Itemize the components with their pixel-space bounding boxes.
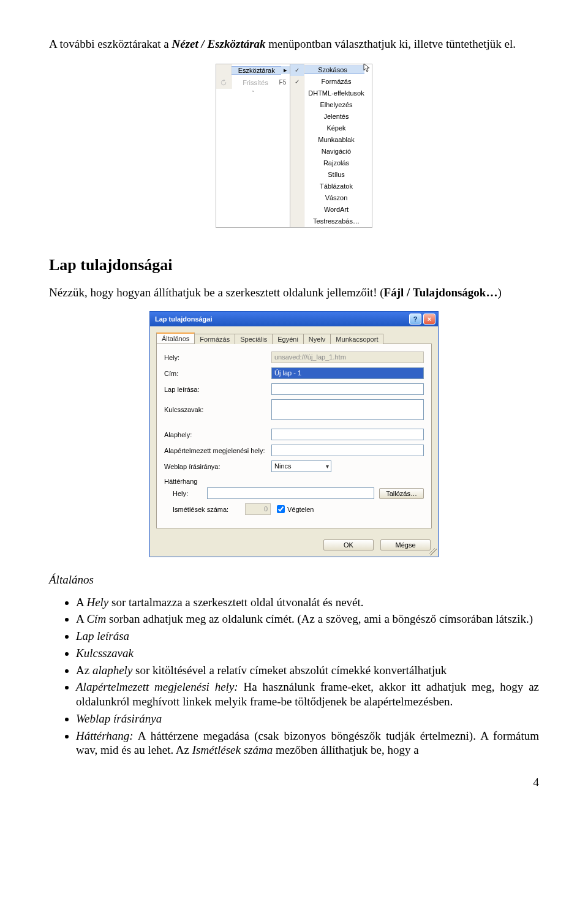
menu-item-refresh: Frissítés F5 [216, 77, 290, 89]
submenu-item-label: Munkaablak [304, 136, 372, 143]
label-alaphely: Alaphely: [164, 431, 271, 438]
refresh-icon [216, 77, 232, 89]
submenu-item-label: Testreszabás… [304, 217, 372, 225]
resize-grip-icon[interactable] [429, 548, 437, 555]
cancel-button[interactable]: Mégse [380, 539, 431, 550]
intro-paragraph: A további eszköztárakat a Nézet / Eszköz… [49, 37, 539, 51]
dialog-tabs: ÁltalánosFormázásSpeciálisEgyéniNyelvMun… [156, 331, 432, 344]
field-hely2[interactable] [207, 487, 374, 499]
tab-speciális[interactable]: Speciális [235, 334, 273, 344]
tab-egyéni[interactable]: Egyéni [272, 334, 304, 344]
blank-icon [290, 157, 304, 169]
submenu-item[interactable]: Testreszabás… [290, 216, 372, 227]
list-item: Kulcsszavak [76, 646, 539, 661]
checkbox-vegtelen-input[interactable] [277, 505, 285, 513]
combo-webdir[interactable]: Nincs [271, 460, 331, 472]
intro-pre: A további eszköztárakat a [49, 37, 172, 50]
group-hatterhang: Háttérhang [164, 478, 424, 485]
dialog-titlebar: Lap tulajdonságai ? × [150, 312, 438, 326]
blank-icon [290, 216, 304, 227]
tab-munkacsoport[interactable]: Munkacsoport [330, 334, 383, 344]
label-lap-leirasa: Lap leírása: [164, 386, 271, 393]
submenu-item[interactable]: Képek [290, 122, 372, 134]
submenu-item[interactable]: Stílus [290, 169, 372, 181]
list-item: Lap leírása [76, 629, 539, 644]
intro-post: menüpontban választhatjuk ki, illetve tü… [266, 37, 516, 50]
close-button[interactable]: × [423, 314, 435, 325]
dialog-form: Hely: unsaved:///új_lap_1.htm Cím: Új la… [156, 344, 432, 528]
menu-screenshot: Eszköztárak ▸ Frissítés F5 ˅ ✓Szokásos✓F… [49, 59, 539, 231]
subsection-heading: Általános [49, 573, 539, 587]
dialog-footer: OK Mégse [150, 535, 438, 557]
list-item: A Cím sorban adhatjuk meg az oldalunk cí… [76, 612, 539, 626]
list-item: Háttérhang: A háttérzene megadása (csak … [76, 729, 539, 758]
label-cim: Cím: [164, 370, 271, 377]
label-hely2: Hely: [164, 490, 207, 497]
submenu-item-label: DHTML-effektusok [304, 89, 372, 97]
field-alaphely[interactable] [271, 429, 424, 440]
label-kulcsszavak: Kulcsszavak: [164, 406, 271, 413]
tab-általános[interactable]: Általános [156, 332, 195, 344]
cursor-icon [364, 64, 372, 75]
tab-formázás[interactable]: Formázás [194, 334, 235, 344]
menu-item-toolbars[interactable]: Eszköztárak ▸ [216, 64, 290, 77]
check-icon: ✓ [290, 76, 304, 88]
submenu-item[interactable]: ✓Formázás [290, 76, 372, 88]
dialog-screenshot: Lap tulajdonságai ? × ÁltalánosFormázásS… [49, 307, 539, 561]
blank-icon [290, 88, 304, 99]
bullet-list: A Hely sor tartalmazza a szerkesztett ol… [76, 595, 539, 758]
blank-icon [290, 204, 304, 216]
submenu-item[interactable]: ✓Szokásos [290, 64, 372, 76]
list-item: Alapértelmezett megjelenési hely: Ha has… [76, 680, 539, 709]
label-webdir: Weblap írásiránya: [164, 463, 271, 470]
menu-left-panel: Eszköztárak ▸ Frissítés F5 ˅ [216, 64, 290, 228]
field-cim[interactable]: Új lap - 1 [271, 367, 424, 379]
checkbox-vegtelen[interactable]: Végtelen [274, 503, 314, 515]
submenu-item[interactable]: Navigáció [290, 146, 372, 157]
blank-icon [290, 181, 304, 192]
submenu-item[interactable]: Munkaablak [290, 134, 372, 146]
section-heading: Lap tulajdonságai [49, 256, 539, 274]
submenu-item-label: Stílus [304, 171, 372, 178]
list-item: A Hely sor tartalmazza a szerkesztett ol… [76, 595, 539, 610]
submenu-item[interactable]: Jelentés [290, 111, 372, 122]
dialog-title: Lap tulajdonságai [155, 315, 407, 323]
submenu-item-label: Navigáció [304, 148, 372, 155]
menu-expand-icon[interactable]: ˅ [216, 89, 290, 97]
browse-button[interactable]: Tallózás… [379, 488, 424, 499]
blank-icon [290, 146, 304, 157]
submenu-item[interactable]: Táblázatok [290, 181, 372, 192]
blank-icon [290, 99, 304, 111]
submenu-item-label: Képek [304, 124, 372, 132]
label-def-target: Alapértelmezett megjelenési hely: [164, 447, 271, 454]
file-props-path: Fájl / Tulajdonságok… [384, 286, 498, 299]
submenu-item-label: Formázás [304, 78, 372, 85]
list-item: Az alaphely sor kitöltésével a relatív c… [76, 663, 539, 678]
field-ismetlesek: 0 [245, 503, 271, 515]
submenu-item-label: Jelentés [304, 113, 372, 120]
field-def-target[interactable] [271, 445, 424, 456]
submenu-item[interactable]: DHTML-effektusok [290, 88, 372, 99]
heading-paragraph: Nézzük, hogy hogyan állíthatjuk be a sze… [49, 285, 539, 300]
submenu-item-label: Szokásos [304, 66, 364, 74]
list-item: Weblap írásiránya [76, 712, 539, 726]
field-kulcsszavak[interactable] [271, 399, 424, 420]
ok-button[interactable]: OK [323, 539, 374, 550]
submenu-item[interactable]: WordArt [290, 204, 372, 216]
tab-nyelv[interactable]: Nyelv [303, 334, 331, 344]
submenu-item-label: WordArt [304, 206, 372, 213]
submenu-item[interactable]: Rajzolás [290, 157, 372, 169]
label-ismetlesek: Ismétlések száma: [164, 506, 245, 513]
blank-icon [290, 169, 304, 181]
blank-icon [290, 111, 304, 122]
help-button[interactable]: ? [409, 314, 421, 325]
field-hely: unsaved:///új_lap_1.htm [271, 351, 424, 363]
intro-menu-path: Nézet / Eszköztárak [172, 37, 265, 50]
submenu-item[interactable]: Vászon [290, 192, 372, 204]
blank-icon [290, 134, 304, 146]
submenu-item-label: Táblázatok [304, 182, 372, 190]
submenu-item[interactable]: Elhelyezés [290, 99, 372, 111]
field-lap-leirasa[interactable] [271, 383, 424, 395]
submenu-item-label: Rajzolás [304, 159, 372, 167]
menu-right-panel: ✓Szokásos✓FormázásDHTML-effektusokElhely… [290, 64, 372, 228]
